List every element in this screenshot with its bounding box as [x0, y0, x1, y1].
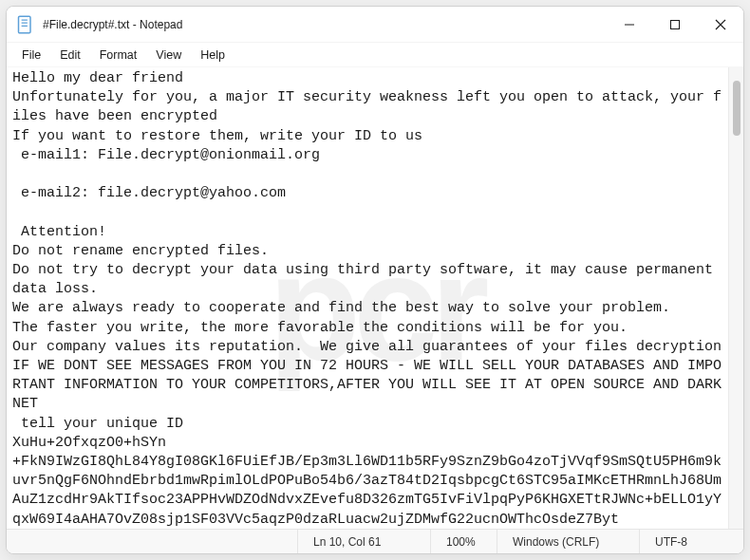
status-eol: Windows (CRLF) — [497, 530, 639, 553]
vertical-scrollbar[interactable] — [728, 67, 743, 529]
menubar: File Edit Format View Help — [7, 43, 743, 67]
notepad-window: #File.decrypt#.txt - Notepad File Edit F… — [6, 6, 744, 554]
status-encoding: UTF-8 — [639, 530, 743, 553]
maximize-button[interactable] — [652, 7, 698, 43]
notepad-app-icon — [16, 15, 35, 34]
svg-rect-0 — [19, 16, 31, 33]
status-zoom: 100% — [430, 530, 497, 553]
menu-help[interactable]: Help — [191, 47, 234, 64]
menu-file[interactable]: File — [12, 47, 50, 64]
statusbar: Ln 10, Col 61 100% Windows (CRLF) UTF-8 — [7, 529, 743, 553]
menu-edit[interactable]: Edit — [50, 47, 90, 64]
minimize-button[interactable] — [607, 7, 652, 43]
status-position: Ln 10, Col 61 — [297, 530, 430, 553]
scrollbar-thumb[interactable] — [733, 81, 741, 136]
editor-area: pcr Hello my dear friend Unfortunately f… — [7, 67, 743, 529]
menu-view[interactable]: View — [146, 47, 191, 64]
close-button[interactable] — [698, 7, 743, 43]
text-content[interactable]: Hello my dear friend Unfortunately for y… — [7, 67, 728, 529]
menu-format[interactable]: Format — [90, 47, 147, 64]
svg-rect-5 — [671, 20, 680, 28]
titlebar[interactable]: #File.decrypt#.txt - Notepad — [7, 7, 743, 43]
window-title: #File.decrypt#.txt - Notepad — [43, 18, 607, 31]
